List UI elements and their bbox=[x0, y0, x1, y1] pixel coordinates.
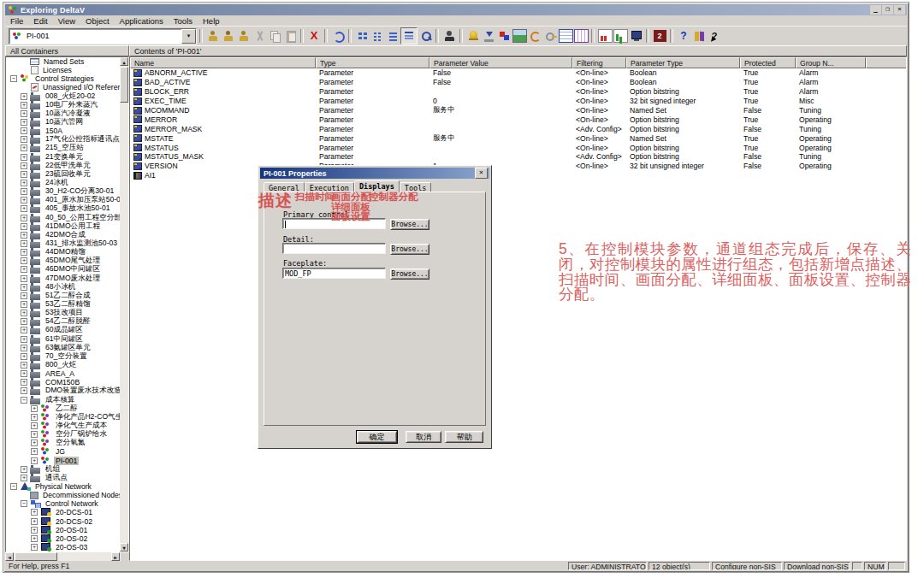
undo-icon-button[interactable] bbox=[330, 28, 346, 44]
table-row[interactable]: ABNORM_ACTIVEParameterFalse<On-line>Bool… bbox=[130, 68, 906, 78]
tree-item[interactable]: +20-OS-01 bbox=[6, 526, 120, 534]
help-button[interactable]: 帮助 bbox=[445, 431, 483, 443]
expand-icon[interactable]: + bbox=[31, 439, 38, 446]
expand-icon[interactable]: + bbox=[21, 257, 27, 264]
tree-item[interactable]: +Unassigned I/O Reference bbox=[6, 83, 120, 91]
view-list-icon-button[interactable] bbox=[385, 28, 400, 44]
menu-item-help[interactable]: Help bbox=[198, 16, 225, 26]
tree-item[interactable]: +54乙二醇脱醛 bbox=[6, 317, 120, 326]
column-header-parameter-type[interactable]: Parameter Type bbox=[626, 57, 740, 68]
table-row[interactable]: MERROR_MASKParameter<Adv. Config>Option … bbox=[130, 124, 906, 133]
tree-item[interactable]: +10蒸汽冷凝液 bbox=[6, 109, 120, 118]
scroll-right-button[interactable]: ▶ bbox=[111, 552, 120, 561]
menu-item-edit[interactable]: Edit bbox=[28, 16, 52, 26]
expand-icon[interactable]: + bbox=[21, 205, 27, 212]
collapse-icon[interactable]: − bbox=[10, 75, 17, 82]
expand-icon[interactable]: + bbox=[21, 127, 27, 134]
expand-icon[interactable]: + bbox=[21, 284, 27, 291]
browse-button[interactable]: Browse... bbox=[390, 244, 429, 255]
user-manager-icon-button[interactable] bbox=[221, 28, 236, 44]
object-selector-combobox[interactable]: PI-001 ▼ bbox=[9, 28, 197, 44]
picture-icon-button[interactable] bbox=[512, 28, 527, 44]
expand-icon[interactable]: + bbox=[21, 336, 27, 343]
expand-icon[interactable]: + bbox=[21, 345, 27, 351]
expand-icon[interactable]: + bbox=[31, 457, 38, 464]
collapse-icon[interactable]: − bbox=[21, 397, 27, 404]
collapse-icon[interactable]: − bbox=[21, 500, 27, 507]
scrollbar-thumb[interactable] bbox=[15, 552, 57, 561]
scroll-up-button[interactable]: ▲ bbox=[120, 57, 128, 66]
tree-item[interactable]: +41DMO公用工程 bbox=[6, 222, 120, 231]
tree-item[interactable]: +405_事故水池50-01 bbox=[6, 204, 120, 213]
tree-item[interactable]: +215_空压站 bbox=[6, 144, 120, 152]
expand-icon[interactable]: + bbox=[21, 327, 27, 333]
ok-button[interactable]: 确定 bbox=[357, 431, 397, 443]
tree-item[interactable]: +22低甲洗单元 bbox=[6, 162, 120, 170]
tree-item[interactable]: +AREA_A bbox=[6, 369, 120, 378]
expand-icon[interactable]: + bbox=[21, 93, 27, 100]
view-small-icons-icon-button[interactable] bbox=[370, 28, 385, 44]
books-icon-button[interactable] bbox=[691, 28, 707, 44]
tree-item[interactable]: +17气化公控指标通讯点 bbox=[6, 135, 120, 144]
delete-icon-button[interactable]: X bbox=[306, 28, 322, 44]
tree-item[interactable]: +70_空分装置 bbox=[6, 352, 120, 361]
grid-blue-icon-button[interactable] bbox=[558, 28, 573, 44]
expand-icon[interactable]: + bbox=[31, 414, 38, 421]
tree-item[interactable]: −Control Strategies bbox=[6, 74, 120, 83]
expand-icon[interactable]: + bbox=[21, 232, 27, 239]
tree-item[interactable]: −Physical Network bbox=[6, 482, 120, 491]
dialog-close-button[interactable]: ✕ bbox=[475, 168, 488, 179]
expand-icon[interactable]: + bbox=[21, 475, 27, 481]
tree-item[interactable]: +44DMO精馏 bbox=[6, 248, 120, 257]
context-help-icon-button[interactable]: ? bbox=[707, 28, 722, 44]
tree-item[interactable]: +40_50_公用工程空分部分 bbox=[6, 214, 120, 222]
expand-icon[interactable]: + bbox=[21, 275, 27, 282]
browse-button[interactable]: Browse... bbox=[390, 219, 429, 230]
expand-icon[interactable]: + bbox=[31, 509, 38, 516]
tree-item[interactable]: +23硫回收单元 bbox=[6, 170, 120, 179]
table-row[interactable]: MSTATEParameter服务中<On-line>Named SetTrue… bbox=[130, 133, 906, 143]
column-header-parameter-value[interactable]: Parameter Value bbox=[429, 57, 572, 68]
expand-icon[interactable]: + bbox=[21, 266, 27, 273]
tree-item[interactable]: +60成品罐区 bbox=[6, 326, 120, 334]
expand-icon[interactable]: + bbox=[21, 180, 27, 186]
expand-icon[interactable]: + bbox=[21, 379, 27, 386]
tree-item[interactable]: +45DMO尾气处理 bbox=[6, 257, 120, 265]
security-key-icon-button[interactable] bbox=[542, 28, 558, 44]
tree-item[interactable]: +空分厂锅炉给水 bbox=[6, 430, 120, 439]
table-row[interactable]: BAD_ACTIVEParameterFalse<On-line>Boolean… bbox=[130, 78, 906, 87]
tree-item[interactable]: +63氨罐区单元 bbox=[6, 344, 120, 352]
expand-icon[interactable]: + bbox=[21, 310, 27, 316]
tree-item[interactable]: +008_火炬20-02 bbox=[6, 92, 120, 101]
expand-icon[interactable]: + bbox=[21, 154, 27, 161]
tree-item[interactable]: +47DMO废水处理 bbox=[6, 274, 120, 283]
expand-icon[interactable]: + bbox=[21, 223, 27, 230]
tree-item[interactable]: +JG bbox=[6, 447, 120, 456]
table-row[interactable]: AI1 bbox=[130, 171, 906, 180]
refresh-icon-button[interactable] bbox=[527, 28, 542, 44]
tree-item[interactable]: +30_H2-CO分离30-01 bbox=[6, 187, 120, 196]
expand-icon[interactable]: + bbox=[31, 518, 38, 525]
tree-item[interactable]: +51乙二醇合成 bbox=[6, 292, 120, 300]
tree-item[interactable]: +431_排水监测池50-03 bbox=[6, 239, 120, 248]
column-header-filtering[interactable]: Filtering bbox=[572, 57, 626, 68]
combobox-dropdown-button[interactable]: ▼ bbox=[181, 29, 196, 44]
tree-horizontal-scrollbar[interactable]: ◀ ▶ bbox=[5, 552, 129, 561]
monitor-icon-button[interactable] bbox=[628, 28, 643, 44]
tree-item[interactable]: +21变换单元 bbox=[6, 153, 120, 162]
table-row[interactable]: EXEC_TIMEParameter0<On-line>32 bit signe… bbox=[130, 97, 906, 106]
expand-icon[interactable]: + bbox=[21, 249, 27, 256]
scroll-down-button[interactable]: ▼ bbox=[120, 543, 128, 551]
chart-red-icon-button[interactable] bbox=[597, 28, 613, 44]
expand-icon[interactable]: + bbox=[21, 197, 27, 203]
expand-icon[interactable]: + bbox=[21, 292, 27, 299]
tree-item[interactable]: +DMO装置废水技术改造 bbox=[6, 386, 120, 395]
close-button[interactable]: ✕ bbox=[894, 5, 905, 15]
expand-icon[interactable]: + bbox=[31, 448, 38, 455]
tree-item[interactable]: +净化气生产成本 bbox=[6, 422, 120, 430]
collapse-icon[interactable]: − bbox=[10, 483, 17, 490]
tree-item[interactable]: +48小冰机 bbox=[6, 283, 120, 292]
tree-item[interactable]: +20-OS-02 bbox=[6, 534, 120, 543]
tree-item[interactable]: +800_火炬 bbox=[6, 361, 120, 369]
table-row[interactable]: MSTATUS_MASKParameter<Adv. Config>Option… bbox=[130, 152, 906, 162]
